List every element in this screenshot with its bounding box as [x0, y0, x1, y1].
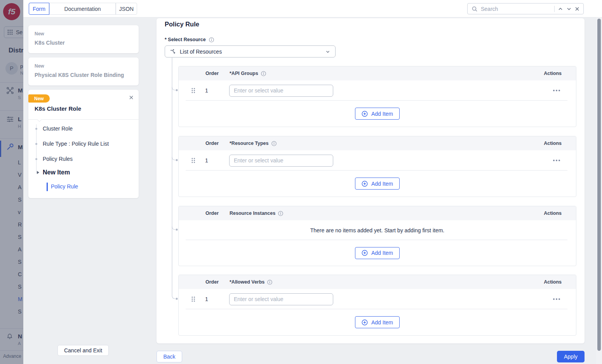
- row-actions-menu-icon[interactable]: [553, 298, 560, 300]
- multicloud-icon: [6, 86, 14, 95]
- card-title: Physical K8S Cluster Role Binding: [35, 72, 124, 78]
- tree-bullet: [35, 158, 37, 160]
- policy-rule-panel: Policy Rule * Select Resource List of Re…: [157, 18, 585, 343]
- row-actions-menu-icon[interactable]: [553, 89, 560, 92]
- api-groups-input[interactable]: [229, 85, 333, 97]
- field-header-label: *Resource Types: [230, 141, 269, 146]
- add-item-label: Add Item: [371, 181, 393, 187]
- tree-current-indicator: [47, 183, 48, 191]
- tab-json[interactable]: JSON: [116, 3, 137, 15]
- add-item-row: Add Item: [179, 309, 576, 335]
- sidebar-subitem: V: [18, 172, 21, 178]
- resource-types-input[interactable]: [229, 155, 333, 167]
- sidebar-subitem: C: [18, 271, 22, 277]
- back-button[interactable]: Back: [157, 351, 182, 362]
- resource-types-section: Order *Resource Types Actions 1 Add Item: [178, 136, 576, 197]
- cancel-and-exit-button[interactable]: Cancel and Exit: [57, 345, 109, 356]
- sidebar-advanced-label: Advance: [3, 354, 21, 359]
- card-k8s-cluster-role: New K8s Cluster Role Cluster Role Rule T…: [28, 90, 139, 198]
- drag-handle-icon[interactable]: [191, 157, 195, 164]
- card-k8s-cluster[interactable]: New K8s Cluster: [28, 25, 139, 53]
- info-icon[interactable]: [209, 37, 214, 42]
- select-resource-dropdown[interactable]: List of Resources: [165, 45, 336, 57]
- plus-circle-icon: [362, 250, 368, 256]
- row-divider: [186, 100, 567, 101]
- card-title: K8s Cluster Role: [35, 105, 81, 112]
- table-row: 1: [179, 289, 576, 309]
- row-divider: [186, 240, 567, 240]
- info-icon[interactable]: [278, 211, 283, 216]
- wrench-icon: [6, 143, 14, 151]
- search-box: [467, 3, 584, 14]
- tab-documentation[interactable]: Documentation: [49, 3, 116, 15]
- allowed-verbs-column-header: *Allowed Verbs: [230, 279, 272, 285]
- select-service-button: Se: [4, 26, 23, 38]
- tab-form[interactable]: Form: [29, 3, 49, 15]
- top-bar: Form Documentation JSON: [23, 0, 602, 17]
- drag-handle-icon[interactable]: [191, 87, 195, 94]
- sidebar-item-network-sub: H: [18, 124, 21, 129]
- f5-logo-text: f5: [8, 7, 16, 16]
- tree-item-policy-rules[interactable]: Policy Rules: [43, 156, 73, 162]
- drag-handle-icon[interactable]: [191, 296, 195, 302]
- tree-item-cluster-role[interactable]: Cluster Role: [43, 125, 73, 132]
- tree-item-new-item[interactable]: New Item: [43, 169, 70, 176]
- sidebar-subitem: R: [18, 221, 22, 228]
- search-divider: [554, 6, 555, 12]
- plus-circle-icon: [362, 181, 368, 187]
- tab-documentation-label: Documentation: [64, 6, 101, 12]
- close-icon[interactable]: [129, 94, 134, 101]
- search-close-icon[interactable]: [575, 7, 579, 11]
- scrollbar-thumb[interactable]: [597, 19, 601, 351]
- search-input[interactable]: [481, 6, 551, 12]
- select-service-label: Se: [16, 29, 23, 35]
- allowed-verbs-input[interactable]: [229, 293, 333, 305]
- card-physical-k8s-cluster-role-binding[interactable]: New Physical K8S Cluster Role Binding: [28, 57, 139, 85]
- sidebar-subitem: S: [18, 284, 21, 290]
- search-next-icon[interactable]: [566, 6, 572, 12]
- info-icon[interactable]: [267, 280, 272, 285]
- plus-circle-icon: [362, 319, 368, 326]
- tree-item-rule-type[interactable]: Rule Type : Policy Rule List: [43, 141, 109, 147]
- row-divider: [186, 170, 567, 171]
- sidebar-subitem: A: [18, 246, 21, 253]
- field-header-label: *Allowed Verbs: [230, 279, 264, 285]
- card-status: New: [35, 63, 44, 69]
- section-header: Order *API Groups Actions: [179, 66, 576, 80]
- add-item-button[interactable]: Add Item: [355, 178, 400, 190]
- row-divider: [186, 309, 567, 309]
- add-item-button[interactable]: Add Item: [355, 108, 400, 120]
- row-order-value: 1: [205, 87, 219, 94]
- sidebar-item-multicloud: M: [18, 87, 23, 94]
- active-nav-indicator: [0, 141, 1, 157]
- add-item-button[interactable]: Add Item: [355, 247, 400, 259]
- info-icon[interactable]: [261, 71, 266, 76]
- chevron-down-icon: [325, 49, 331, 54]
- info-icon[interactable]: [271, 141, 277, 146]
- bell-icon: [6, 333, 13, 340]
- table-row: 1: [179, 150, 576, 171]
- sidebar-subitem-active: M: [18, 296, 23, 302]
- row-actions-menu-icon[interactable]: [553, 159, 560, 162]
- resource-types-column-header: *Resource Types: [230, 141, 277, 146]
- empty-state-row: There are no items added yet. Start by a…: [179, 220, 576, 240]
- section-header: Order *Resource Types Actions: [179, 136, 576, 150]
- section-header: Order Resource Instances Actions: [179, 206, 576, 220]
- order-column-header: Order: [205, 141, 230, 146]
- sidebar-divider: [0, 138, 23, 139]
- f5-logo: f5: [3, 3, 20, 20]
- sidebar-divider: [0, 328, 23, 329]
- row-order-value: 1: [205, 296, 219, 302]
- tree-item-policy-rule[interactable]: Policy Rule: [51, 183, 78, 190]
- sidebar-item-notifications-sub: A: [18, 341, 21, 346]
- page-scrollbar[interactable]: [596, 17, 602, 364]
- search-prev-icon[interactable]: [558, 6, 563, 12]
- namespace-sub: N: [20, 71, 23, 75]
- apply-button[interactable]: Apply: [557, 351, 585, 362]
- sidebar-item-notifications: N: [18, 333, 22, 340]
- api-groups-section: Order *API Groups Actions 1 Add Item: [178, 66, 576, 127]
- network-icon: [6, 115, 14, 124]
- add-item-button[interactable]: Add Item: [355, 316, 400, 328]
- one-of-selector-icon: [170, 49, 176, 55]
- section-header: Order *Allowed Verbs Actions: [179, 275, 576, 289]
